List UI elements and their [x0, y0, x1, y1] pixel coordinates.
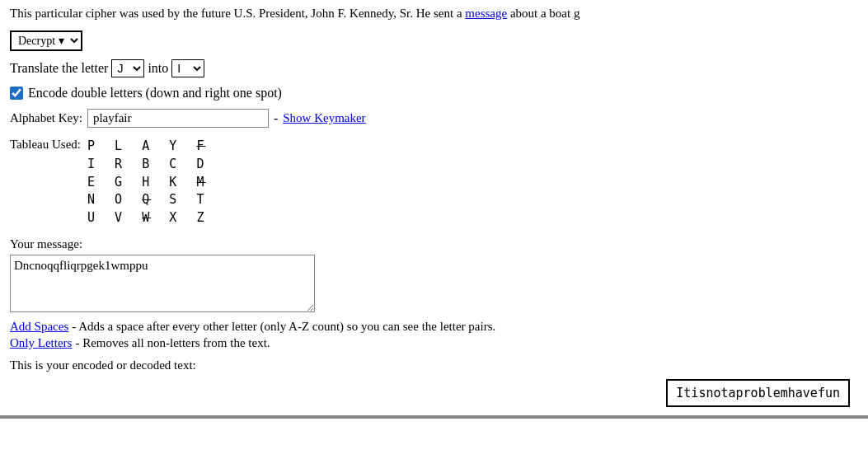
result-box-row: Itisnotaproblemhavefun	[10, 379, 858, 407]
letter-to-select[interactable]: I ABCD EFGH JKLM NOPQ RSTU VWXY Z	[171, 59, 204, 77]
message-label: Your message:	[10, 237, 858, 251]
tableau-row-4: U V W X Z	[87, 209, 205, 227]
intro-text-before: This particular cipher was used by the f…	[10, 7, 465, 20]
encode-double-row: Encode double letters (down and right on…	[10, 86, 858, 101]
only-letters-link[interactable]: Only Letters	[10, 336, 72, 349]
encode-double-label: Encode double letters (down and right on…	[28, 86, 282, 101]
message-textarea[interactable]: Dncnoqqfliqrpgek1wmppu	[10, 255, 315, 312]
show-keymaker-link[interactable]: Show Keymaker	[283, 111, 365, 125]
tableau-cell-3-2: Q	[142, 192, 151, 207]
tableau-row-3: N O Q S T	[87, 191, 205, 209]
only-letters-row: Only Letters - Removes all non-letters f…	[10, 335, 858, 350]
tableau-row-1: I R B C D	[87, 156, 205, 174]
decrypt-row: Decrypt ▾	[10, 30, 858, 51]
tableau-cell-4-2: W	[142, 210, 151, 225]
add-spaces-row: Add Spaces - Adds a space after every ot…	[10, 319, 858, 334]
tableau-cell-0-4: F	[196, 138, 205, 153]
bottom-divider	[0, 417, 868, 419]
result-box: Itisnotaproblemhavefun	[666, 379, 850, 407]
intro-text: This particular cipher was used by the f…	[10, 5, 858, 22]
alphabet-key-input[interactable]	[87, 109, 269, 128]
translate-label-middle: into	[148, 61, 168, 76]
tableau-cell-2-4: M	[196, 175, 205, 190]
add-spaces-description: - Adds a space after every other letter …	[72, 320, 495, 333]
only-letters-description: - Removes all non-letters from the text.	[75, 336, 270, 349]
tableau-section: Tableau Used: P L A Y F I R B C D E G H …	[10, 138, 858, 227]
tableau-row-2: E G H K M	[87, 174, 205, 192]
alphabet-row: Alphabet Key: - Show Keymaker	[10, 109, 858, 128]
translate-label-before: Translate the letter	[10, 61, 108, 76]
add-spaces-link[interactable]: Add Spaces	[10, 320, 68, 333]
translate-row: Translate the letter J ABCD EFGH IKLM NO…	[10, 59, 858, 77]
intro-text-after: about a boat g	[507, 7, 579, 20]
encoded-label: This is your encoded or decoded text:	[10, 358, 858, 372]
encode-double-checkbox[interactable]	[10, 87, 23, 100]
decrypt-select[interactable]: Decrypt ▾	[10, 30, 82, 51]
tableau-grid: P L A Y F I R B C D E G H K M N O Q S T …	[87, 138, 205, 227]
tableau-label: Tableau Used:	[10, 138, 81, 152]
tableau-row-0: P L A Y F	[87, 138, 205, 156]
alphabet-separator: -	[274, 111, 278, 126]
letter-from-select[interactable]: J ABCD EFGH IKLM NOPQ RSTU VWXY Z	[111, 59, 144, 77]
message-link[interactable]: message	[465, 7, 507, 20]
alphabet-key-label: Alphabet Key:	[10, 111, 82, 125]
